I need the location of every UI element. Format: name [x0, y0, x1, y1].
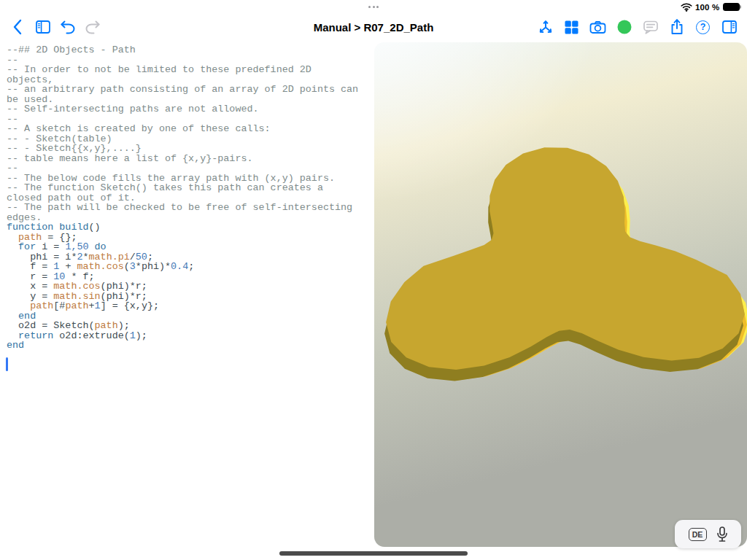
- sidebar-left-icon: [34, 18, 52, 36]
- comment-bubble-icon: [642, 18, 659, 36]
- code-line: for i = 1,50 do: [7, 242, 371, 252]
- code-line: [7, 351, 371, 361]
- grid-icon: [563, 19, 580, 36]
- code-line: --## 2D Objects - Path: [7, 45, 371, 55]
- code-line: --: [7, 55, 371, 66]
- code-line: edges.: [7, 213, 371, 223]
- battery-icon: [723, 3, 742, 12]
- axes-icon: [537, 18, 554, 36]
- code-line: closed path out of it.: [7, 193, 371, 203]
- help-icon: ?: [696, 20, 710, 34]
- code-line: -- In order to not be limited to these p…: [7, 65, 371, 75]
- right-sidebar-toggle-button[interactable]: [720, 16, 738, 38]
- help-button[interactable]: ?: [694, 16, 712, 38]
- status-dot-icon: [616, 19, 632, 35]
- code-line: phi = i*2*math.pi/50;: [7, 252, 371, 262]
- code-line: -- A sketch is created by one of these c…: [7, 124, 371, 134]
- code-line: y = math.sin(phi)*r;: [7, 292, 371, 302]
- code-line: -- The function Sketch() takes this path…: [7, 183, 371, 193]
- undo-button[interactable]: [58, 16, 77, 38]
- code-line: -- The below code fills the array path w…: [7, 174, 371, 184]
- toolbar-left: [9, 16, 101, 38]
- keyboard-shortcut-bar[interactable]: DE: [675, 520, 741, 548]
- code-line: return o2d:extrude(1);: [7, 331, 371, 341]
- redo-button[interactable]: [83, 16, 101, 38]
- code-line: -- The path will be checked to be free o…: [7, 203, 371, 213]
- code-line: -- - Sketch(table): [7, 134, 371, 144]
- run-status-button[interactable]: [615, 16, 633, 38]
- code-line: --: [7, 114, 371, 125]
- code-line: path[#path+1] = {x,y};: [7, 301, 371, 311]
- code-line: x = math.cos(phi)*r;: [7, 281, 371, 292]
- battery-percent: 100 %: [695, 3, 720, 12]
- sidebar-toggle-button[interactable]: [34, 16, 52, 38]
- mic-icon[interactable]: [716, 526, 728, 543]
- code-line: end: [7, 311, 371, 322]
- code-line: -- Self-intersecting paths are not allow…: [7, 104, 371, 114]
- code-line: path = {};: [7, 233, 371, 243]
- code-editor[interactable]: --## 2D Objects - Path---- In order to n…: [0, 44, 374, 547]
- sidebar-right-icon: [721, 18, 738, 36]
- code-line: -- table means here a list of {x,y}-pair…: [7, 154, 371, 164]
- code-line: f = 1 + math.cos(3*phi)*0.4;: [7, 262, 371, 272]
- code-line: function build(): [7, 222, 371, 233]
- wifi-icon: [681, 2, 692, 12]
- extruded-path-shape: [374, 42, 747, 547]
- code-line: -- - Sketch{{x,y},....}: [7, 144, 371, 154]
- components-button[interactable]: [562, 16, 581, 38]
- document-title: Manual > R07_2D_Path: [314, 21, 434, 34]
- code-line: -- an arbitrary path consisting of an ar…: [7, 85, 371, 95]
- back-button[interactable]: [9, 16, 27, 38]
- axes-view-button[interactable]: [536, 16, 554, 38]
- code-line: --: [7, 163, 371, 174]
- home-indicator[interactable]: [279, 551, 468, 556]
- redo-icon: [84, 18, 101, 36]
- keyboard-language-badge[interactable]: DE: [689, 528, 707, 541]
- share-button[interactable]: [667, 16, 686, 38]
- multitasking-indicator[interactable]: [368, 6, 379, 8]
- code-line: objects,: [7, 75, 371, 85]
- code-line: o2d = Sketch(path);: [7, 321, 371, 331]
- code-line: be used.: [7, 95, 371, 105]
- text-cursor: [6, 357, 8, 371]
- status-right-cluster: 100 %: [681, 2, 741, 12]
- share-icon: [668, 18, 686, 36]
- camera-icon: [589, 18, 607, 36]
- nav-bar: Manual > R07_2D_Path: [0, 16, 747, 39]
- toolbar-right: ?: [536, 16, 738, 38]
- code-line: r = 10 * f;: [7, 272, 371, 282]
- ipad-screen: 100 %: [0, 0, 747, 560]
- back-chevron-icon: [9, 18, 27, 36]
- undo-icon: [59, 18, 77, 36]
- code-line: end: [7, 341, 371, 351]
- render-viewport[interactable]: [374, 42, 747, 547]
- comments-button[interactable]: [641, 16, 659, 38]
- status-bar: 100 %: [0, 0, 747, 15]
- snapshot-button[interactable]: [589, 16, 607, 38]
